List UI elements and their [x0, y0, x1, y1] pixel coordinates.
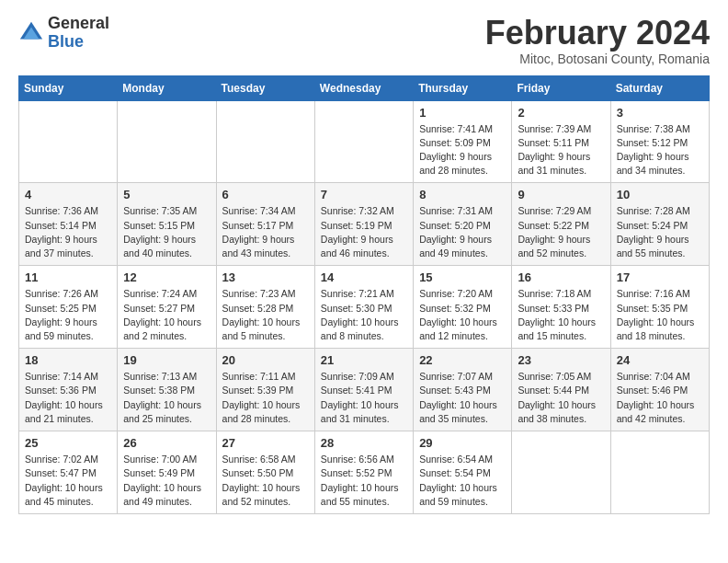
day-number: 26: [123, 436, 210, 450]
day-number: 3: [617, 106, 703, 120]
logo-blue: Blue: [48, 33, 109, 52]
day-number: 7: [321, 188, 407, 201]
day-number: 10: [617, 188, 703, 201]
day-info: Sunrise: 7:14 AMSunset: 5:36 PMDaylight:…: [25, 370, 111, 426]
calendar-cell: 15Sunrise: 7:20 AMSunset: 5:32 PMDayligh…: [414, 266, 512, 349]
day-number: 11: [25, 270, 111, 284]
day-info: Sunrise: 7:29 AMSunset: 5:22 PMDaylight:…: [518, 204, 604, 260]
calendar-cell: 8Sunrise: 7:31 AMSunset: 5:20 PMDaylight…: [414, 183, 512, 266]
calendar-cell: 21Sunrise: 7:09 AMSunset: 5:41 PMDayligh…: [314, 349, 413, 431]
header-row: SundayMondayTuesdayWednesdayThursdayFrid…: [19, 75, 710, 100]
day-info: Sunrise: 7:02 AMSunset: 5:47 PMDaylight:…: [25, 453, 111, 509]
logo-general: General: [48, 15, 109, 33]
day-info: Sunrise: 7:09 AMSunset: 5:41 PMDaylight:…: [321, 370, 407, 426]
day-number: 22: [419, 353, 506, 367]
calendar-cell: 14Sunrise: 7:21 AMSunset: 5:30 PMDayligh…: [314, 266, 413, 349]
day-number: 20: [222, 353, 309, 367]
day-info: Sunrise: 6:56 AMSunset: 5:52 PMDaylight:…: [321, 453, 407, 509]
day-info: Sunrise: 7:04 AMSunset: 5:46 PMDaylight:…: [617, 370, 703, 426]
calendar-cell: 26Sunrise: 7:00 AMSunset: 5:49 PMDayligh…: [118, 431, 216, 514]
calendar-cell: 19Sunrise: 7:13 AMSunset: 5:38 PMDayligh…: [118, 349, 216, 431]
day-info: Sunrise: 7:34 AMSunset: 5:17 PMDaylight:…: [222, 204, 309, 260]
day-number: 16: [518, 270, 604, 284]
calendar-week-row: 18Sunrise: 7:14 AMSunset: 5:36 PMDayligh…: [19, 349, 710, 431]
day-info: Sunrise: 7:39 AMSunset: 5:11 PMDaylight:…: [518, 122, 604, 178]
calendar-cell: 25Sunrise: 7:02 AMSunset: 5:47 PMDayligh…: [19, 431, 118, 514]
day-info: Sunrise: 7:31 AMSunset: 5:20 PMDaylight:…: [419, 204, 506, 260]
day-info: Sunrise: 7:18 AMSunset: 5:33 PMDaylight:…: [518, 287, 604, 343]
calendar-week-row: 4Sunrise: 7:36 AMSunset: 5:14 PMDaylight…: [19, 183, 710, 266]
calendar-cell: [216, 100, 314, 183]
day-info: Sunrise: 7:26 AMSunset: 5:25 PMDaylight:…: [25, 287, 111, 343]
calendar-cell: 20Sunrise: 7:11 AMSunset: 5:39 PMDayligh…: [216, 349, 314, 431]
calendar-cell: 3Sunrise: 7:38 AMSunset: 5:12 PMDaylight…: [610, 100, 709, 183]
day-info: Sunrise: 7:41 AMSunset: 5:09 PMDaylight:…: [419, 122, 506, 178]
header-day: Thursday: [414, 75, 512, 100]
calendar-cell: [314, 100, 413, 183]
logo-icon: [18, 20, 44, 46]
logo-text: General Blue: [48, 15, 109, 52]
calendar-header: SundayMondayTuesdayWednesdayThursdayFrid…: [19, 75, 710, 100]
header-day: Wednesday: [314, 75, 413, 100]
day-number: 15: [419, 270, 506, 284]
location-subtitle: Mitoc, Botosani County, Romania: [485, 52, 710, 66]
calendar-cell: 2Sunrise: 7:39 AMSunset: 5:11 PMDaylight…: [512, 100, 610, 183]
day-number: 1: [419, 106, 506, 120]
calendar-cell: 7Sunrise: 7:32 AMSunset: 5:19 PMDaylight…: [314, 183, 413, 266]
day-number: 14: [321, 270, 407, 284]
day-info: Sunrise: 7:35 AMSunset: 5:15 PMDaylight:…: [123, 204, 210, 260]
day-info: Sunrise: 7:24 AMSunset: 5:27 PMDaylight:…: [123, 287, 210, 343]
header-day: Tuesday: [216, 75, 314, 100]
day-number: 25: [25, 436, 111, 450]
logo: General Blue: [18, 15, 109, 52]
day-info: Sunrise: 7:16 AMSunset: 5:35 PMDaylight:…: [617, 287, 703, 343]
calendar-cell: 18Sunrise: 7:14 AMSunset: 5:36 PMDayligh…: [19, 349, 118, 431]
calendar-cell: 23Sunrise: 7:05 AMSunset: 5:44 PMDayligh…: [512, 349, 610, 431]
header-day: Friday: [512, 75, 610, 100]
header-day: Sunday: [19, 75, 118, 100]
page-header: General Blue February 2024 Mitoc, Botosa…: [18, 15, 710, 66]
day-number: 23: [518, 353, 604, 367]
day-info: Sunrise: 7:23 AMSunset: 5:28 PMDaylight:…: [222, 287, 309, 343]
calendar-week-row: 1Sunrise: 7:41 AMSunset: 5:09 PMDaylight…: [19, 100, 710, 183]
day-number: 21: [321, 353, 407, 367]
day-info: Sunrise: 7:36 AMSunset: 5:14 PMDaylight:…: [25, 204, 111, 260]
title-section: February 2024 Mitoc, Botosani County, Ro…: [485, 15, 710, 66]
calendar-cell: 13Sunrise: 7:23 AMSunset: 5:28 PMDayligh…: [216, 266, 314, 349]
day-info: Sunrise: 7:20 AMSunset: 5:32 PMDaylight:…: [419, 287, 506, 343]
day-info: Sunrise: 7:00 AMSunset: 5:49 PMDaylight:…: [123, 453, 210, 509]
calendar-week-row: 25Sunrise: 7:02 AMSunset: 5:47 PMDayligh…: [19, 431, 710, 514]
day-info: Sunrise: 7:13 AMSunset: 5:38 PMDaylight:…: [123, 370, 210, 426]
calendar-cell: 5Sunrise: 7:35 AMSunset: 5:15 PMDaylight…: [118, 183, 216, 266]
header-day: Monday: [118, 75, 216, 100]
day-number: 2: [518, 106, 604, 120]
day-info: Sunrise: 7:07 AMSunset: 5:43 PMDaylight:…: [419, 370, 506, 426]
day-info: Sunrise: 6:58 AMSunset: 5:50 PMDaylight:…: [222, 453, 309, 509]
day-number: 13: [222, 270, 309, 284]
day-number: 27: [222, 436, 309, 450]
calendar-cell: 24Sunrise: 7:04 AMSunset: 5:46 PMDayligh…: [610, 349, 709, 431]
day-info: Sunrise: 7:05 AMSunset: 5:44 PMDaylight:…: [518, 370, 604, 426]
day-info: Sunrise: 7:32 AMSunset: 5:19 PMDaylight:…: [321, 204, 407, 260]
day-number: 18: [25, 353, 111, 367]
day-info: Sunrise: 7:28 AMSunset: 5:24 PMDaylight:…: [617, 204, 703, 260]
day-info: Sunrise: 6:54 AMSunset: 5:54 PMDaylight:…: [419, 453, 506, 509]
calendar-body: 1Sunrise: 7:41 AMSunset: 5:09 PMDaylight…: [19, 100, 710, 513]
calendar-cell: 9Sunrise: 7:29 AMSunset: 5:22 PMDaylight…: [512, 183, 610, 266]
calendar-cell: 11Sunrise: 7:26 AMSunset: 5:25 PMDayligh…: [19, 266, 118, 349]
calendar-cell: 22Sunrise: 7:07 AMSunset: 5:43 PMDayligh…: [414, 349, 512, 431]
calendar-cell: 10Sunrise: 7:28 AMSunset: 5:24 PMDayligh…: [610, 183, 709, 266]
day-number: 17: [617, 270, 703, 284]
month-title: February 2024: [485, 15, 710, 52]
calendar-cell: 1Sunrise: 7:41 AMSunset: 5:09 PMDaylight…: [414, 100, 512, 183]
day-number: 6: [222, 188, 309, 201]
header-day: Saturday: [610, 75, 709, 100]
day-number: 29: [419, 436, 506, 450]
calendar-cell: [512, 431, 610, 514]
calendar-cell: 4Sunrise: 7:36 AMSunset: 5:14 PMDaylight…: [19, 183, 118, 266]
day-number: 12: [123, 270, 210, 284]
calendar-cell: 29Sunrise: 6:54 AMSunset: 5:54 PMDayligh…: [414, 431, 512, 514]
calendar-cell: 28Sunrise: 6:56 AMSunset: 5:52 PMDayligh…: [314, 431, 413, 514]
calendar-cell: 12Sunrise: 7:24 AMSunset: 5:27 PMDayligh…: [118, 266, 216, 349]
calendar-cell: 6Sunrise: 7:34 AMSunset: 5:17 PMDaylight…: [216, 183, 314, 266]
